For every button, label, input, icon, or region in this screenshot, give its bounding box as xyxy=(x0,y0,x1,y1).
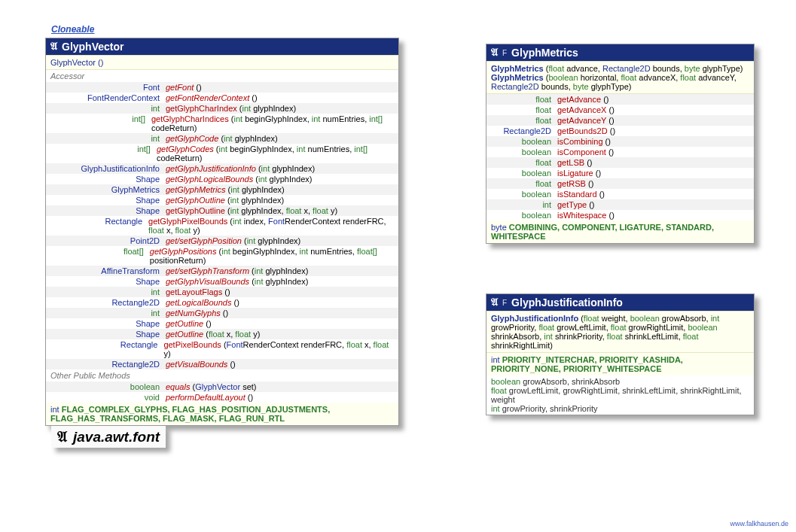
method-row: RectanglegetGlyphPixelBounds (int index,… xyxy=(46,216,398,236)
method-row: intgetGlyphCharIndex (int glyphIndex) xyxy=(46,103,398,114)
class-icon: 𝔄 xyxy=(491,47,498,59)
credit-link[interactable]: www.falkhausen.de xyxy=(730,520,788,527)
method-row: ShapegetGlyphOutline (int glyphIndex) xyxy=(46,195,398,205)
method-row: booleanisCombining () xyxy=(486,136,754,147)
method-row: floatgetAdvanceX () xyxy=(486,105,754,115)
method-row: ShapegetOutline (float x, float y) xyxy=(46,329,398,339)
package-icon: 𝔄 xyxy=(57,428,67,445)
glyphmetrics-constructors: GlyphMetrics (float advance, Rectangle2D… xyxy=(486,61,754,94)
final-badge: F xyxy=(502,299,507,307)
method-row: intgetNumGlyphs () xyxy=(46,308,398,318)
method-row: Point2Dget/setGlyphPosition (int glyphIn… xyxy=(46,236,398,246)
method-row: floatgetAdvanceY () xyxy=(486,115,754,126)
glyphmetrics-title: GlyphMetrics xyxy=(511,47,578,59)
method-row: voidperformDefaultLayout () xyxy=(46,392,398,403)
class-icon: 𝔄 xyxy=(491,296,498,309)
final-badge: F xyxy=(502,49,507,57)
method-row: AffineTransformget/setGlyphTransform (in… xyxy=(46,266,398,276)
package-label: 𝔄 java.awt.font xyxy=(51,426,166,448)
method-row: FontRenderContextgetFontRenderContext () xyxy=(46,93,398,103)
glyphjust-card: 𝔄 F GlyphJustificationInfo GlyphJustific… xyxy=(486,293,755,415)
glyphvector-constructor: GlyphVector () xyxy=(46,55,398,70)
method-row: intgetLayoutFlags () xyxy=(46,287,398,297)
method-row: booleanisComponent () xyxy=(486,147,754,157)
glyphjust-header: 𝔄 F GlyphJustificationInfo xyxy=(486,294,754,311)
method-row: GlyphJustificationInfogetGlyphJustificat… xyxy=(46,163,398,174)
method-row: Rectangle2DgetLogicalBounds () xyxy=(46,297,398,308)
section-label: Other Public Methods xyxy=(46,369,398,382)
method-row: RectanglegetPixelBounds (FontRenderConte… xyxy=(46,339,398,359)
section-label: Accessor xyxy=(46,70,398,82)
method-row: int[]getGlyphCodes (int beginGlyphIndex,… xyxy=(46,144,398,163)
glyphjust-flags: int PRIORITY_INTERCHAR, PRIORITY_KASHIDA… xyxy=(486,353,754,375)
method-row: ShapegetGlyphLogicalBounds (int glyphInd… xyxy=(46,174,398,184)
glyphmetrics-body: floatgetAdvance ()floatgetAdvanceX ()flo… xyxy=(486,94,754,220)
method-row: FontgetFont () xyxy=(46,82,398,93)
package-text: java.awt.font xyxy=(73,429,160,445)
glyphvector-card: 𝔄 GlyphVector GlyphVector () AccessorFon… xyxy=(45,38,399,426)
method-row: booleanisStandard () xyxy=(486,189,754,199)
glyphmetrics-flags: byte COMBINING, COMPONENT, LIGATURE, STA… xyxy=(486,220,754,243)
method-row: floatgetRSB () xyxy=(486,178,754,189)
method-row: ShapegetGlyphVisualBounds (int glyphInde… xyxy=(46,276,398,287)
method-row: intgetGlyphCode (int glyphIndex) xyxy=(46,133,398,144)
method-row: booleanisLigature () xyxy=(486,168,754,178)
glyphmetrics-header: 𝔄 F GlyphMetrics xyxy=(486,44,754,61)
glyphvector-header: 𝔄 GlyphVector xyxy=(46,38,398,55)
method-row: floatgetAdvance () xyxy=(486,94,754,105)
glyphvector-body: AccessorFontgetFont ()FontRenderContextg… xyxy=(46,70,398,403)
method-row: int[]getGlyphCharIndices (int beginGlyph… xyxy=(46,114,398,133)
glyphvector-flags: int FLAG_COMPLEX_GLYPHS, FLAG_HAS_POSITI… xyxy=(46,403,398,425)
method-row: booleanisWhitespace () xyxy=(486,210,754,220)
glyphmetrics-card: 𝔄 F GlyphMetrics GlyphMetrics (float adv… xyxy=(486,44,755,244)
method-row: GlyphMetricsgetGlyphMetrics (int glyphIn… xyxy=(46,184,398,195)
method-row: ShapegetGlyphOutline (int glyphIndex, fl… xyxy=(46,205,398,216)
method-row: intgetType () xyxy=(486,199,754,210)
glyphjust-title: GlyphJustificationInfo xyxy=(511,296,623,309)
cloneable-link[interactable]: Cloneable xyxy=(51,24,94,35)
method-row: Rectangle2DgetBounds2D () xyxy=(486,126,754,136)
method-row: float[]getGlyphPositions (int beginGlyph… xyxy=(46,246,398,266)
method-row: Rectangle2DgetVisualBounds () xyxy=(46,359,398,369)
glyphjust-constructor: GlyphJustificationInfo (float weight, bo… xyxy=(486,311,754,353)
method-row: booleanequals (GlyphVector set) xyxy=(46,382,398,392)
class-icon: 𝔄 xyxy=(50,41,57,53)
method-row: floatgetLSB () xyxy=(486,157,754,168)
glyphjust-fields: boolean growAbsorb, shrinkAbsorbfloat gr… xyxy=(486,375,754,415)
method-row: ShapegetOutline () xyxy=(46,318,398,329)
glyphvector-title: GlyphVector xyxy=(62,41,124,53)
